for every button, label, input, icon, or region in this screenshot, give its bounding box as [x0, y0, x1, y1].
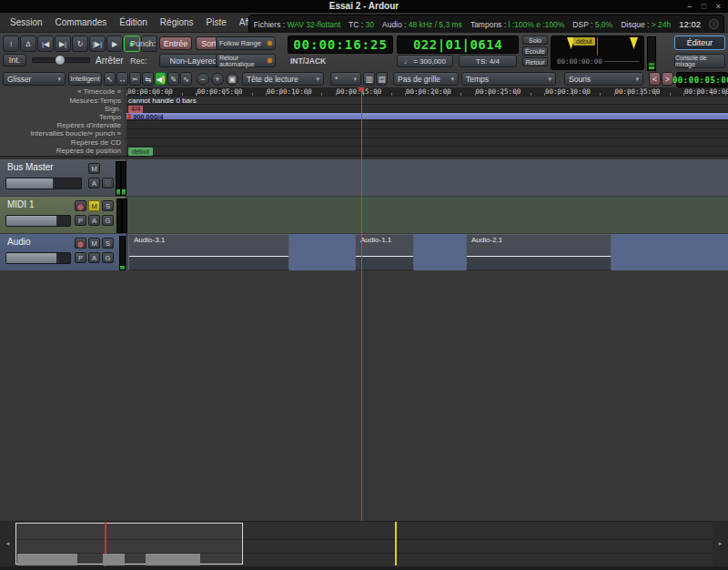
zoom-out-button[interactable]: −	[197, 73, 209, 86]
audio-lane[interactable]: Audio-3.1Audio-1.1Audio-2.1	[126, 234, 728, 270]
midi-1-header[interactable]: MIDI 1 M S P A G	[0, 197, 126, 233]
menu-item-régions[interactable]: Régions	[154, 13, 200, 32]
gain-fader[interactable]	[5, 215, 71, 227]
ruler-label-timecode[interactable]: « Timecode »	[0, 87, 124, 97]
playhead[interactable]	[361, 87, 362, 521]
status-led-button[interactable]	[709, 19, 719, 29]
menu-item-session[interactable]: Session	[4, 13, 49, 32]
signature-tag[interactable]: 4/4	[128, 106, 143, 113]
audio-header[interactable]: Audio M S P A G	[0, 234, 126, 270]
track-name[interactable]: Audio	[7, 237, 31, 247]
go-end-button[interactable]: ▶|	[55, 36, 71, 52]
track-name[interactable]: MIDI 1	[7, 199, 34, 209]
follow-range-button[interactable]: Follow Range	[216, 36, 276, 50]
midi-1-lane[interactable]	[126, 197, 728, 233]
ruler-signature-canvas[interactable]: 4/4	[126, 105, 728, 113]
bus-master-header[interactable]: Bus Master M A G	[0, 159, 126, 196]
tool-grab-button[interactable]: ↖	[104, 72, 116, 86]
automation-button[interactable]: A	[88, 178, 100, 188]
play-range-button[interactable]: |▶|	[89, 36, 106, 52]
nudge-back-button[interactable]: <	[649, 72, 661, 86]
ruler-range-markers-canvas[interactable]	[126, 121, 728, 129]
group-button[interactable]: G	[102, 178, 114, 188]
tool-audition-button[interactable]: ◀)	[155, 72, 167, 86]
tempo-bar[interactable]	[126, 113, 728, 119]
record-enable-button[interactable]	[75, 200, 86, 211]
tool-draw-button[interactable]: ✎	[167, 72, 179, 86]
summary-scroll-right[interactable]: ▸	[713, 521, 728, 566]
ruler-position-markers-canvas[interactable]: début	[126, 147, 728, 156]
menu-item-édition[interactable]: Édition	[113, 13, 154, 32]
grid-unit-dropdown[interactable]: Temps	[461, 72, 556, 86]
ruler-label-bars[interactable]: Mesures:Temps	[0, 97, 124, 105]
region-audio-3.1[interactable]: Audio-3.1	[128, 234, 289, 270]
mute-button[interactable]: M	[88, 163, 100, 174]
mini-timeline-marker[interactable]: début	[573, 37, 595, 46]
gain-fader[interactable]	[5, 252, 71, 264]
group-button[interactable]: G	[102, 215, 114, 226]
secondary-clock[interactable]: 022|01|0614	[397, 36, 519, 54]
metronome-button[interactable]: ∆	[20, 36, 36, 52]
ruler-loop-punch-canvas[interactable]	[126, 129, 728, 138]
automation-button[interactable]: A	[88, 215, 100, 226]
return-button[interactable]: Retour	[522, 57, 548, 66]
punch-in-button[interactable]: Entrée	[159, 36, 192, 50]
region-audio-1.1[interactable]: Audio-1.1	[355, 234, 414, 270]
summary-scroll-left[interactable]: ◂	[0, 521, 15, 566]
title-bar[interactable]: Essai 2 - Ardour – □ ×	[0, 0, 728, 13]
playlist-button[interactable]: P	[75, 215, 86, 226]
go-start-button[interactable]: |◀	[37, 36, 54, 52]
tool-cut-button[interactable]: ✂	[129, 72, 141, 86]
ruler-timecode-canvas[interactable]: 00:00:00:0000:00:05:0000:00:10:0000:00:1…	[126, 87, 728, 97]
window-controls[interactable]: – □ ×	[687, 0, 724, 13]
menu-item-piste[interactable]: Piste	[200, 13, 233, 32]
mini-timeline[interactable]: début 00:00:00:00	[551, 36, 644, 70]
group-button[interactable]: G	[102, 252, 114, 263]
bus-master-lane[interactable]	[126, 159, 728, 196]
mute-button[interactable]: M	[88, 238, 100, 249]
edit-point-dropdown[interactable]: Souris	[564, 72, 643, 86]
play-button[interactable]: ▶	[106, 36, 123, 52]
ruler-bars-canvas[interactable]: cannot handle 0 bars	[126, 97, 728, 105]
tool-range-button[interactable]: ↔	[116, 72, 128, 86]
playlist-button[interactable]: P	[75, 252, 86, 263]
auto-return-button[interactable]: Retour automatique	[216, 54, 276, 67]
edit-mode-dropdown[interactable]: Glisser	[3, 72, 66, 86]
track-name[interactable]: Bus Master	[7, 162, 54, 172]
solo-button[interactable]: S	[102, 238, 114, 249]
primary-clock[interactable]: 00:00:16:25	[288, 36, 393, 54]
region-audio-2.1[interactable]: Audio-2.1	[466, 234, 612, 270]
start-marker[interactable]: début	[128, 148, 153, 156]
ruler-tempo-canvas[interactable]: 300,000/4	[126, 113, 728, 121]
tool-content-button[interactable]: ∿	[180, 72, 192, 86]
tempo-button[interactable]: ♩ = 300,000	[397, 55, 453, 67]
shuttle-slider[interactable]	[32, 57, 90, 63]
shuttle-thumb[interactable]	[55, 55, 66, 66]
summary-strip[interactable]	[0, 521, 728, 567]
mixer-button[interactable]: Console de mixage	[674, 54, 725, 68]
ruler-cd-markers-canvas[interactable]	[126, 138, 728, 147]
tool-stretch-button[interactable]: ⇆	[142, 72, 154, 86]
mute-button[interactable]: M	[88, 200, 100, 211]
editor-canvas[interactable]	[0, 271, 728, 521]
ruler-label-cd-markers[interactable]: Repères de CD	[0, 138, 124, 147]
listen-button[interactable]: Écoute	[522, 46, 548, 56]
solo-button[interactable]: Solo	[522, 36, 548, 45]
sync-int-button[interactable]: Int.	[3, 54, 26, 66]
zoom-fit-button[interactable]: ▣	[226, 73, 238, 86]
playhead-head[interactable]	[358, 87, 365, 93]
editor-button[interactable]: Éditeur	[674, 36, 725, 50]
record-enable-button[interactable]	[75, 238, 86, 249]
track-expand-button[interactable]: ▤	[376, 72, 388, 86]
nudge-clock[interactable]: 00:00:05:00	[676, 72, 728, 87]
zoom-focus-dropdown[interactable]: Tête de lecture	[242, 72, 324, 86]
ruler-label-range-markers[interactable]: Repères d'intervalle	[0, 121, 124, 129]
automation-button[interactable]: A	[88, 252, 100, 263]
ruler-label-position-markers[interactable]: Repères de position	[0, 147, 124, 156]
track-shrink-button[interactable]: ▥	[363, 72, 375, 86]
ruler-label-signature[interactable]: Sign.	[0, 105, 124, 113]
meter-button[interactable]: TS: 4/4	[459, 55, 517, 67]
zoom-in-button[interactable]: +	[211, 73, 224, 86]
midi-panic-button[interactable]: !	[3, 36, 19, 52]
solo-button[interactable]: S	[102, 200, 114, 211]
